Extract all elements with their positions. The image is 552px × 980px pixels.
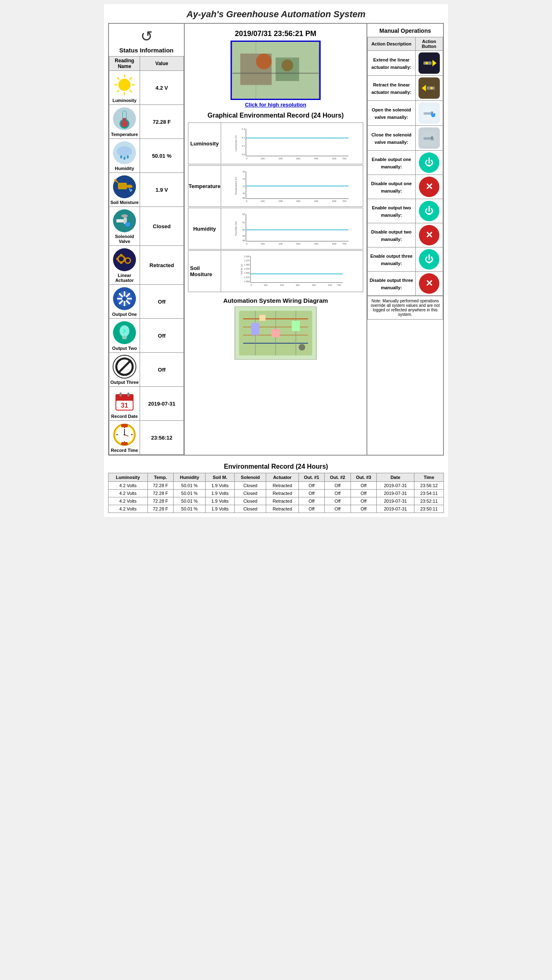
col-hum: Humidity xyxy=(174,473,206,482)
close-valve-btn-cell xyxy=(415,126,443,151)
col-time: Time xyxy=(414,473,444,482)
table-row: Output One Off xyxy=(109,285,184,319)
temperature-value: 72.28 F xyxy=(140,105,184,139)
luminosity-icon-cell: Luminosity xyxy=(109,71,140,105)
svg-line-8 xyxy=(117,90,119,92)
svg-text:700: 700 xyxy=(342,242,347,245)
status-table: Reading Name Value xyxy=(109,56,184,455)
open-valve-desc: Open the solenoid valve manually: xyxy=(368,101,416,126)
power-on-icon: ⏻ xyxy=(425,254,434,265)
disable-output1-button[interactable]: ✕ xyxy=(419,177,439,197)
table-row: Luminosity 4.2 V xyxy=(109,71,184,105)
svg-point-165 xyxy=(425,62,428,64)
enable-output3-button[interactable]: ⏻ xyxy=(419,249,439,270)
actuator-label: Linear Actuator xyxy=(110,273,139,283)
svg-text:4.0: 4.0 xyxy=(242,153,245,156)
solenoid-icon xyxy=(112,209,137,233)
svg-text:48: 48 xyxy=(242,239,245,242)
table-row: Close the solenoid valve manually: xyxy=(368,126,443,151)
output2-value: Off xyxy=(140,319,184,353)
table-row: Humidity 50.01 % xyxy=(109,139,184,173)
svg-text:0: 0 xyxy=(246,200,248,202)
disable-output2-button[interactable]: ✕ xyxy=(419,225,439,245)
retract-actuator-button[interactable] xyxy=(419,77,440,99)
humidity-graph-label: Humidity xyxy=(188,208,221,249)
svg-text:400: 400 xyxy=(314,242,319,245)
svg-text:1.975: 1.975 xyxy=(244,259,250,262)
retract-desc: Retract the linear actuator manually: xyxy=(368,76,416,101)
extend-desc: Extend the linear actuator manually: xyxy=(368,51,416,76)
env-table-body: 4.2 Volts72.28 F50.01 %1.9 VoltsClosedRe… xyxy=(109,482,444,513)
close-valve-button[interactable] xyxy=(419,127,440,149)
enable-output1-button[interactable]: ⏻ xyxy=(419,152,439,173)
soil-value: 1.9 V xyxy=(140,173,184,207)
power-on-icon: ⏻ xyxy=(425,206,434,216)
enable-output2-button[interactable]: ⏻ xyxy=(419,201,439,221)
svg-rect-41 xyxy=(124,258,126,260)
table-row: Output Two Off xyxy=(109,319,184,353)
luminosity-label: Luminosity xyxy=(113,98,137,103)
refresh-icon[interactable]: ↺ xyxy=(140,28,153,45)
output1-icon-cell: Output One xyxy=(109,285,140,319)
temperature-graph-label: Temperature xyxy=(188,166,221,206)
enable-out3-desc: Enable output three manually: xyxy=(368,247,416,272)
svg-text:400: 400 xyxy=(314,157,319,160)
table-row: 4.2 Volts72.28 F50.01 %1.9 VoltsClosedRe… xyxy=(109,497,444,505)
svg-rect-39 xyxy=(120,262,122,264)
open-valve-button[interactable] xyxy=(419,102,440,124)
svg-text:0: 0 xyxy=(251,284,252,286)
humidity-graph-row: Humidity 52 51 50 49 48 0 100 200 xyxy=(188,208,363,250)
disable-out3-btn-cell: ✕ xyxy=(415,272,443,296)
manual-ops-title: Manual Operations xyxy=(367,24,443,37)
solenoid-icon-cell: Solenoid Valve xyxy=(109,207,140,246)
output3-label: Output Three xyxy=(110,380,138,385)
soil-graph-area: 2.000 1.975 1.950 1.925 1.900 1.875 1.85… xyxy=(221,251,363,292)
col-actuator: Actuator xyxy=(266,473,299,482)
left-panel: ↺ Status Information Reading Name Value xyxy=(109,24,185,455)
svg-point-28 xyxy=(130,190,131,192)
svg-text:1.875: 1.875 xyxy=(244,276,250,279)
svg-text:1.925: 1.925 xyxy=(244,268,250,270)
svg-text:200: 200 xyxy=(278,200,283,202)
table-row: Output Three Off xyxy=(109,353,184,387)
svg-point-48 xyxy=(122,296,127,301)
col-soil: Soil M. xyxy=(206,473,235,482)
record-time-icon-cell: Record Time xyxy=(109,421,140,455)
table-row: 4.2 Volts72.28 F50.01 %1.9 VoltsClosedRe… xyxy=(109,490,444,497)
col-action-desc: Action Description xyxy=(368,37,416,51)
actuator-icon xyxy=(112,247,137,272)
table-row: Record Time 23:56:12 xyxy=(109,421,184,455)
output2-label: Output Two xyxy=(112,346,137,351)
output2-icon-cell: Output Two xyxy=(109,319,140,353)
actuator-value: Retracted xyxy=(140,246,184,285)
enable-out3-btn-cell: ⏻ xyxy=(415,247,443,272)
svg-rect-63 xyxy=(127,392,129,397)
svg-text:Soil M. (V): Soil M. (V) xyxy=(240,264,243,274)
camera-feed-image xyxy=(232,42,319,99)
svg-point-0 xyxy=(118,79,131,91)
svg-line-6 xyxy=(130,90,132,92)
svg-text:500: 500 xyxy=(332,157,337,160)
svg-text:100: 100 xyxy=(260,242,265,245)
disable-output3-button[interactable]: ✕ xyxy=(419,273,439,294)
record-time-label: Record Time xyxy=(111,448,138,453)
svg-text:500: 500 xyxy=(328,284,332,286)
env-record-title: Environmental Record (24 Hours) xyxy=(108,460,444,473)
col-value: Value xyxy=(140,57,184,71)
col-out1: Out. #1 xyxy=(299,473,325,482)
humidity-label: Humidity xyxy=(115,166,134,171)
svg-text:400: 400 xyxy=(312,284,316,286)
extend-actuator-button[interactable] xyxy=(419,52,440,74)
svg-text:100: 100 xyxy=(260,200,265,202)
svg-rect-158 xyxy=(271,329,280,337)
table-row: 31 Record Date 2019-07-31 xyxy=(109,387,184,421)
humidity-value: 50.01 % xyxy=(140,139,184,173)
enable-out1-desc: Enable output one manually: xyxy=(368,151,416,175)
table-row: 4.2 Volts72.28 F50.01 %1.9 VoltsClosedRe… xyxy=(109,505,444,513)
svg-text:50: 50 xyxy=(242,228,245,231)
record-date-label: Record Date xyxy=(111,414,138,419)
high-res-link[interactable]: Click for high resolution xyxy=(188,102,363,108)
svg-rect-75 xyxy=(121,442,128,445)
svg-point-18 xyxy=(124,149,132,155)
svg-rect-74 xyxy=(121,424,128,427)
